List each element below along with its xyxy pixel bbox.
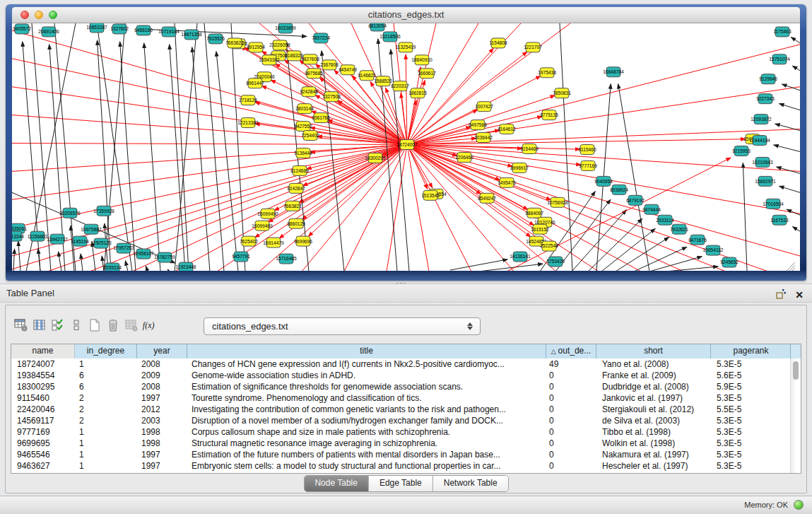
graph-node[interactable]: 13942737: [47, 234, 68, 244]
column-header-name[interactable]: name: [11, 344, 75, 358]
graph-node[interactable]: 17359928: [93, 206, 114, 216]
vertical-scrollbar[interactable]: [790, 358, 801, 473]
graph-node[interactable]: 8124669: [290, 165, 309, 175]
delete-table-icon[interactable]: [105, 317, 122, 334]
select-columns-icon[interactable]: [31, 317, 48, 334]
graph-node[interactable]: 12093872: [751, 115, 772, 124]
graph-node[interactable]: 7857224: [312, 33, 330, 43]
graph-node[interactable]: 1615152: [531, 224, 549, 234]
graph-node[interactable]: 9457791: [232, 252, 250, 262]
float-window-icon[interactable]: [775, 288, 787, 300]
graph-node[interactable]: 12213383: [237, 118, 259, 128]
graph-node[interactable]: 9242847: [287, 183, 305, 193]
graph-node[interactable]: 2055334: [103, 263, 122, 271]
table-row[interactable]: 1456911722003Disruption of a novel membe…: [11, 415, 801, 426]
graph-node[interactable]: 2933114: [656, 215, 673, 225]
table-row[interactable]: 946362711997Embryonic stem cells: a mode…: [11, 460, 801, 472]
graph-node[interactable]: 9215953: [732, 146, 751, 156]
graph-node[interactable]: 1327602: [110, 24, 129, 34]
graph-node[interactable]: 9405572: [13, 24, 31, 34]
graph-node[interactable]: 8220317: [391, 81, 409, 91]
graph-node[interactable]: 9827608: [301, 54, 319, 64]
graph-node[interactable]: 8164612: [498, 124, 516, 134]
graph-node[interactable]: 8860129: [287, 218, 305, 228]
graph-node[interactable]: 10210643: [752, 157, 773, 167]
function-builder-icon[interactable]: f(x): [141, 317, 158, 334]
column-header-year[interactable]: year: [137, 344, 187, 358]
graph-node[interactable]: 1167533: [770, 215, 788, 225]
citation-network-graph[interactable]: 1872400788601288912954232260589827508165…: [12, 23, 800, 271]
graph-node[interactable]: 1862615: [408, 88, 427, 98]
graph-node[interactable]: 11325419: [396, 42, 416, 52]
table-row[interactable]: 1938455462009Genome-wide association stu…: [11, 370, 801, 381]
close-panel-icon[interactable]: ✕: [795, 286, 804, 304]
table-row[interactable]: 946554611997Estimation of the future num…: [11, 449, 801, 460]
graph-node[interactable]: 2522544: [540, 241, 558, 251]
table-row[interactable]: 2242004622012Investigating the contribut…: [11, 404, 801, 415]
graph-node[interactable]: 9040954: [594, 176, 613, 186]
graph-node[interactable]: 1154808: [489, 38, 507, 48]
graph-node[interactable]: 16033809: [275, 23, 296, 33]
graph-node[interactable]: 1145194: [71, 236, 88, 246]
graph-node[interactable]: 10756928: [547, 197, 568, 207]
graph-node[interactable]: 16648784: [603, 67, 624, 77]
graph-node[interactable]: 6466160: [134, 25, 153, 35]
graph-node[interactable]: 8471676: [688, 235, 707, 245]
graph-node[interactable]: 7850831: [553, 88, 571, 98]
graph-node[interactable]: 10975887: [81, 224, 102, 234]
graph-node[interactable]: 9699696: [294, 236, 312, 246]
scrollbar-thumb[interactable]: [793, 361, 799, 380]
graph-node[interactable]: 8912954: [247, 42, 265, 52]
graph-node[interactable]: 10958107: [133, 249, 154, 259]
graph-node[interactable]: 9242848: [300, 87, 318, 97]
graph-node[interactable]: 15751074: [769, 54, 790, 64]
graph-node[interactable]: 10719184: [158, 27, 180, 37]
graph-node[interactable]: 1175463: [773, 27, 791, 37]
graph-node[interactable]: 2367608: [320, 60, 339, 70]
graph-node[interactable]: 20206576: [59, 208, 81, 218]
graph-node[interactable]: 9115460: [578, 145, 596, 155]
graph-node[interactable]: 9136444: [294, 148, 312, 158]
graph-node[interactable]: 9129946: [759, 74, 777, 84]
close-traffic-light[interactable]: [20, 11, 29, 19]
graph-node[interactable]: 16782759: [154, 252, 175, 262]
graph-node[interactable]: 8775135: [540, 110, 558, 120]
graph-node[interactable]: 6497568: [469, 120, 487, 130]
graph-node[interactable]: 14136141: [510, 252, 531, 262]
graph-node[interactable]: 12505123: [90, 238, 112, 248]
graph-node[interactable]: 9777169: [579, 160, 597, 170]
graph-node[interactable]: 8549247: [478, 193, 496, 203]
minimize-traffic-light[interactable]: [35, 11, 43, 19]
row-height-icon[interactable]: [68, 317, 85, 334]
graph-node[interactable]: 8454749: [339, 65, 357, 75]
graph-node[interactable]: 13218506: [379, 32, 401, 42]
graph-node[interactable]: 1588520: [374, 76, 392, 86]
graph-node[interactable]: 9884067: [525, 208, 543, 218]
graph-node[interactable]: 15716485: [276, 254, 297, 264]
graph-node[interactable]: 1753426: [546, 257, 565, 267]
graph-node[interactable]: 1513545: [421, 190, 440, 200]
graph-node[interactable]: 8813054: [368, 23, 387, 31]
tab-edge-table[interactable]: Edge Table: [369, 476, 433, 491]
graph-node[interactable]: 8961447: [246, 78, 264, 88]
graph-node[interactable]: 7625402: [240, 236, 258, 246]
graph-node[interactable]: 1206460: [455, 152, 473, 162]
graph-node[interactable]: 9875685: [305, 69, 323, 78]
graph-node[interactable]: 1975438: [538, 68, 556, 78]
graph-node[interactable]: 16914479: [263, 238, 284, 247]
graph-node[interactable]: 7932621: [670, 224, 688, 234]
table-row[interactable]: 969969511998Structural magnetic resonanc…: [11, 438, 801, 449]
graph-node[interactable]: 16099489: [252, 221, 273, 230]
graph-node[interactable]: 7663822: [225, 38, 244, 48]
import-table-disabled-icon[interactable]: [123, 317, 140, 334]
graph-node[interactable]: 9154469: [520, 144, 539, 154]
network-window-titlebar[interactable]: citations_edges.txt: [12, 7, 800, 23]
graph-node[interactable]: 9227343: [756, 94, 775, 104]
graph-node[interactable]: 8996917: [510, 163, 529, 173]
network-canvas[interactable]: 1872400788601288912954232260589827508165…: [12, 23, 800, 271]
graph-node[interactable]: 9427552: [294, 122, 312, 132]
graph-node[interactable]: 9474444: [642, 204, 661, 214]
graph-node[interactable]: 2718126: [239, 95, 257, 105]
select-all-rows-icon[interactable]: [49, 317, 66, 334]
tab-network-table[interactable]: Network Table: [433, 476, 508, 491]
